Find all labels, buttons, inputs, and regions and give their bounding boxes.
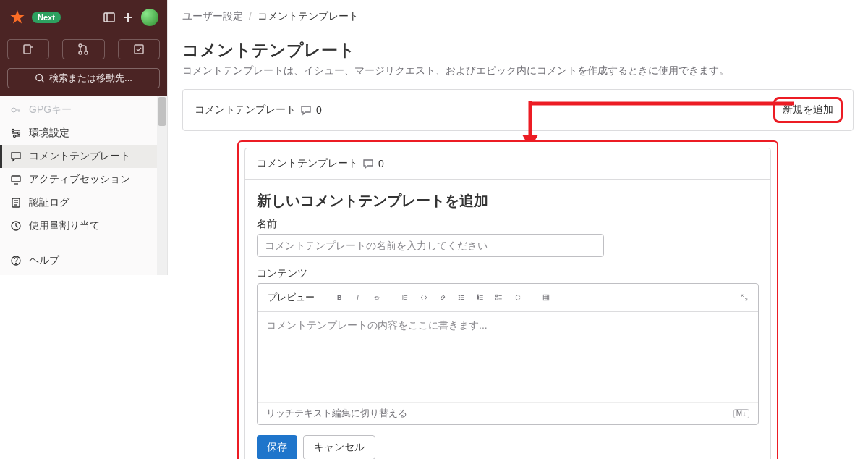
topbar: Next — [0, 0, 167, 35]
save-button[interactable]: 保存 — [257, 435, 297, 459]
sidebar-item-preferences[interactable]: 環境設定 — [0, 122, 167, 145]
svg-rect-4 — [24, 45, 30, 54]
quote-icon[interactable] — [397, 290, 413, 306]
sidebar-item-gpg[interactable]: GPGキー — [0, 98, 167, 122]
svg-point-31 — [16, 264, 17, 264]
sidebar-scrollbar[interactable] — [157, 96, 167, 275]
tab-todos[interactable] — [118, 39, 160, 59]
svg-line-29 — [16, 226, 18, 227]
table-icon[interactable] — [538, 290, 554, 306]
code-icon[interactable] — [416, 290, 432, 306]
panel-title: コメントテンプレート 0 — [195, 104, 322, 117]
content-label: コンテンツ — [257, 267, 759, 280]
sidebar: Next 検索または移動先... — [0, 0, 168, 275]
add-panel-header: コメントテンプレート 0 — [245, 148, 770, 180]
italic-icon[interactable]: I — [350, 290, 366, 306]
name-input[interactable] — [257, 234, 604, 257]
tabs-row — [0, 35, 167, 64]
svg-point-42 — [459, 295, 459, 296]
user-avatar[interactable] — [141, 9, 158, 26]
page-description: コメントテンプレートは、イシュー、マージリクエスト、およびエピック内にコメントを… — [168, 64, 868, 89]
templates-list-panel: コメントテンプレート 0 新規を追加 — [182, 89, 854, 131]
name-label: 名前 — [257, 218, 759, 231]
number-list-icon[interactable]: 12 — [472, 290, 488, 306]
breadcrumb: ユーザー設定 / コメントテンプレート — [168, 0, 868, 33]
fullscreen-icon[interactable] — [736, 290, 752, 306]
preview-tab[interactable]: プレビュー — [263, 288, 319, 307]
svg-point-10 — [36, 75, 43, 81]
svg-point-8 — [85, 51, 88, 54]
collapse-icon[interactable] — [510, 290, 526, 306]
form-title: 新しいコメントテンプレートを追加 — [257, 191, 759, 211]
sidebar-item-help[interactable]: ヘルプ — [0, 249, 167, 272]
breadcrumb-current: コメントテンプレート — [258, 10, 359, 23]
svg-rect-57 — [543, 295, 549, 300]
next-badge: Next — [32, 12, 61, 23]
search-label: 検索または移動先... — [49, 72, 132, 85]
sidebar-item-active-sessions[interactable]: アクティブセッション — [0, 168, 167, 191]
sidebar-item-comment-templates[interactable]: コメントテンプレート — [0, 145, 167, 168]
gitlab-logo-icon — [9, 9, 26, 26]
content-editor: プレビュー B I S 12 — [257, 283, 759, 425]
tab-merge-requests[interactable] — [62, 39, 104, 59]
tab-issues[interactable] — [7, 39, 49, 59]
search-button[interactable]: 検索または移動先... — [7, 68, 160, 88]
bold-icon[interactable]: B — [331, 290, 347, 306]
sidebar-toggle-icon[interactable] — [103, 12, 115, 23]
sidebar-item-auth-log[interactable]: 認証ログ — [0, 191, 167, 214]
svg-line-11 — [42, 80, 44, 83]
svg-rect-55 — [496, 298, 498, 300]
add-template-panel-highlight: コメントテンプレート 0 新しいコメントテンプレートを追加 名前 コンテンツ プ… — [237, 140, 778, 459]
link-icon[interactable] — [435, 290, 451, 306]
svg-point-43 — [459, 297, 459, 298]
svg-point-6 — [79, 44, 82, 47]
comment-icon — [300, 104, 312, 116]
markdown-badge: M↓ — [733, 409, 749, 418]
editor-toolbar: プレビュー B I S 12 — [258, 284, 758, 312]
svg-text:S: S — [375, 295, 380, 301]
plus-icon[interactable] — [122, 12, 134, 23]
breadcrumb-root[interactable]: ユーザー設定 — [182, 10, 243, 23]
svg-point-17 — [18, 132, 20, 135]
sidebar-item-usage-quota[interactable]: 使用量割り当て — [0, 214, 167, 237]
strike-icon[interactable]: S — [369, 290, 385, 306]
svg-rect-21 — [12, 176, 20, 182]
svg-text:B: B — [337, 294, 341, 301]
bullet-list-icon[interactable] — [454, 290, 469, 306]
cancel-button[interactable]: キャンセル — [303, 435, 375, 459]
task-list-icon[interactable] — [491, 290, 507, 306]
page-title: コメントテンプレート — [168, 33, 868, 64]
switch-editor-link[interactable]: リッチテキスト編集に切り替える — [266, 407, 407, 420]
svg-text:2: 2 — [477, 297, 479, 300]
svg-rect-0 — [104, 13, 114, 22]
svg-point-15 — [12, 130, 14, 132]
svg-point-44 — [459, 299, 459, 300]
content-textarea[interactable] — [258, 312, 758, 399]
search-icon — [35, 73, 45, 83]
svg-point-12 — [12, 108, 16, 112]
comment-icon — [362, 158, 374, 169]
svg-point-19 — [14, 135, 16, 138]
add-new-button[interactable]: 新規を追加 — [775, 98, 841, 122]
svg-point-7 — [79, 51, 82, 54]
svg-text:I: I — [357, 294, 359, 301]
